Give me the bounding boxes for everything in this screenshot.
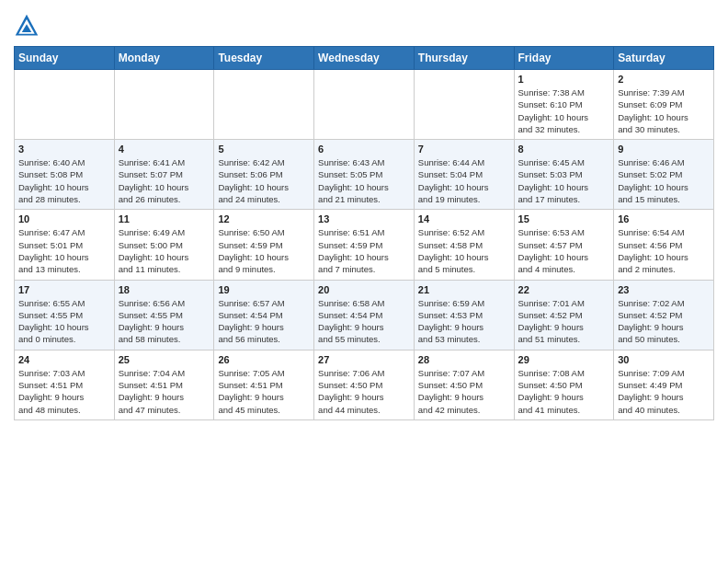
day-info: Sunrise: 6:58 AM Sunset: 4:54 PM Dayligh… xyxy=(318,297,410,346)
day-info: Sunrise: 6:56 AM Sunset: 4:55 PM Dayligh… xyxy=(119,297,210,346)
weekday-header-saturday: Saturday xyxy=(614,47,714,70)
calendar-cell xyxy=(15,70,115,140)
day-number: 30 xyxy=(618,354,710,365)
calendar-cell: 4Sunrise: 6:41 AM Sunset: 5:07 PM Daylig… xyxy=(114,140,214,210)
day-info: Sunrise: 7:08 AM Sunset: 4:50 PM Dayligh… xyxy=(518,367,610,416)
day-info: Sunrise: 6:41 AM Sunset: 5:07 PM Dayligh… xyxy=(119,156,210,205)
day-number: 13 xyxy=(318,213,410,224)
calendar-cell: 23Sunrise: 7:02 AM Sunset: 4:52 PM Dayli… xyxy=(614,280,714,350)
day-info: Sunrise: 6:45 AM Sunset: 5:03 PM Dayligh… xyxy=(518,156,610,205)
week-row-5: 24Sunrise: 7:03 AM Sunset: 4:51 PM Dayli… xyxy=(15,350,714,419)
calendar-cell xyxy=(314,70,415,140)
day-number: 8 xyxy=(518,144,610,155)
calendar-cell: 30Sunrise: 7:09 AM Sunset: 4:49 PM Dayli… xyxy=(614,350,714,419)
day-number: 5 xyxy=(218,144,310,155)
calendar-cell: 15Sunrise: 6:53 AM Sunset: 4:57 PM Dayli… xyxy=(514,210,614,280)
calendar-cell: 25Sunrise: 7:04 AM Sunset: 4:51 PM Dayli… xyxy=(114,350,214,419)
day-info: Sunrise: 7:04 AM Sunset: 4:51 PM Dayligh… xyxy=(119,367,210,416)
calendar-cell: 8Sunrise: 6:45 AM Sunset: 5:03 PM Daylig… xyxy=(514,140,614,210)
day-info: Sunrise: 6:46 AM Sunset: 5:02 PM Dayligh… xyxy=(618,156,710,205)
calendar-cell xyxy=(414,70,514,140)
day-number: 15 xyxy=(518,213,610,224)
day-number: 24 xyxy=(18,354,110,365)
day-info: Sunrise: 6:59 AM Sunset: 4:53 PM Dayligh… xyxy=(418,297,510,346)
day-info: Sunrise: 7:07 AM Sunset: 4:50 PM Dayligh… xyxy=(418,367,510,416)
header xyxy=(14,9,714,39)
weekday-header-thursday: Thursday xyxy=(414,47,514,70)
day-number: 23 xyxy=(618,284,710,295)
day-info: Sunrise: 7:06 AM Sunset: 4:50 PM Dayligh… xyxy=(318,367,410,416)
day-info: Sunrise: 6:40 AM Sunset: 5:08 PM Dayligh… xyxy=(18,156,110,205)
weekday-header-tuesday: Tuesday xyxy=(214,47,314,70)
day-number: 26 xyxy=(218,354,310,365)
calendar-cell: 2Sunrise: 7:39 AM Sunset: 6:09 PM Daylig… xyxy=(614,70,714,140)
calendar-cell: 22Sunrise: 7:01 AM Sunset: 4:52 PM Dayli… xyxy=(514,280,614,350)
calendar-cell: 7Sunrise: 6:44 AM Sunset: 5:04 PM Daylig… xyxy=(414,140,514,210)
weekday-header-sunday: Sunday xyxy=(15,47,115,70)
calendar-table: SundayMondayTuesdayWednesdayThursdayFrid… xyxy=(14,46,714,420)
calendar-cell: 6Sunrise: 6:43 AM Sunset: 5:05 PM Daylig… xyxy=(314,140,415,210)
day-number: 4 xyxy=(119,144,210,155)
calendar-cell: 20Sunrise: 6:58 AM Sunset: 4:54 PM Dayli… xyxy=(314,280,415,350)
day-number: 14 xyxy=(418,213,510,224)
week-row-1: 1Sunrise: 7:38 AM Sunset: 6:10 PM Daylig… xyxy=(15,70,714,140)
day-number: 12 xyxy=(218,213,310,224)
day-info: Sunrise: 7:38 AM Sunset: 6:10 PM Dayligh… xyxy=(518,86,610,135)
day-number: 18 xyxy=(119,284,210,295)
weekday-header-row: SundayMondayTuesdayWednesdayThursdayFrid… xyxy=(15,47,714,70)
day-number: 2 xyxy=(618,74,710,85)
calendar-cell: 1Sunrise: 7:38 AM Sunset: 6:10 PM Daylig… xyxy=(514,70,614,140)
day-number: 7 xyxy=(418,144,510,155)
logo xyxy=(14,13,41,39)
calendar-cell: 12Sunrise: 6:50 AM Sunset: 4:59 PM Dayli… xyxy=(214,210,314,280)
calendar-cell: 26Sunrise: 7:05 AM Sunset: 4:51 PM Dayli… xyxy=(214,350,314,419)
day-number: 25 xyxy=(119,354,210,365)
calendar-cell: 14Sunrise: 6:52 AM Sunset: 4:58 PM Dayli… xyxy=(414,210,514,280)
day-info: Sunrise: 7:09 AM Sunset: 4:49 PM Dayligh… xyxy=(618,367,710,416)
day-number: 9 xyxy=(618,144,710,155)
day-number: 29 xyxy=(518,354,610,365)
calendar-cell: 19Sunrise: 6:57 AM Sunset: 4:54 PM Dayli… xyxy=(214,280,314,350)
day-info: Sunrise: 7:03 AM Sunset: 4:51 PM Dayligh… xyxy=(18,367,110,416)
calendar-cell: 28Sunrise: 7:07 AM Sunset: 4:50 PM Dayli… xyxy=(414,350,514,419)
calendar-cell: 29Sunrise: 7:08 AM Sunset: 4:50 PM Dayli… xyxy=(514,350,614,419)
day-number: 16 xyxy=(618,213,710,224)
day-info: Sunrise: 6:42 AM Sunset: 5:06 PM Dayligh… xyxy=(218,156,310,205)
day-number: 21 xyxy=(418,284,510,295)
calendar-cell: 17Sunrise: 6:55 AM Sunset: 4:55 PM Dayli… xyxy=(15,280,115,350)
calendar-cell: 3Sunrise: 6:40 AM Sunset: 5:08 PM Daylig… xyxy=(15,140,115,210)
calendar-cell xyxy=(114,70,214,140)
week-row-4: 17Sunrise: 6:55 AM Sunset: 4:55 PM Dayli… xyxy=(15,280,714,350)
day-number: 19 xyxy=(218,284,310,295)
calendar-cell: 5Sunrise: 6:42 AM Sunset: 5:06 PM Daylig… xyxy=(214,140,314,210)
day-number: 1 xyxy=(518,74,610,85)
calendar-cell: 10Sunrise: 6:47 AM Sunset: 5:01 PM Dayli… xyxy=(15,210,115,280)
weekday-header-wednesday: Wednesday xyxy=(314,47,415,70)
day-number: 27 xyxy=(318,354,410,365)
day-info: Sunrise: 7:05 AM Sunset: 4:51 PM Dayligh… xyxy=(218,367,310,416)
day-info: Sunrise: 6:54 AM Sunset: 4:56 PM Dayligh… xyxy=(618,226,710,275)
day-number: 11 xyxy=(119,213,210,224)
day-number: 22 xyxy=(518,284,610,295)
day-number: 20 xyxy=(318,284,410,295)
day-info: Sunrise: 6:44 AM Sunset: 5:04 PM Dayligh… xyxy=(418,156,510,205)
calendar-cell: 21Sunrise: 6:59 AM Sunset: 4:53 PM Dayli… xyxy=(414,280,514,350)
day-info: Sunrise: 6:53 AM Sunset: 4:57 PM Dayligh… xyxy=(518,226,610,275)
day-number: 6 xyxy=(318,144,410,155)
week-row-2: 3Sunrise: 6:40 AM Sunset: 5:08 PM Daylig… xyxy=(15,140,714,210)
calendar-cell: 11Sunrise: 6:49 AM Sunset: 5:00 PM Dayli… xyxy=(114,210,214,280)
day-number: 10 xyxy=(18,213,110,224)
calendar-cell: 27Sunrise: 7:06 AM Sunset: 4:50 PM Dayli… xyxy=(314,350,415,419)
day-info: Sunrise: 6:49 AM Sunset: 5:00 PM Dayligh… xyxy=(119,226,210,275)
day-info: Sunrise: 7:02 AM Sunset: 4:52 PM Dayligh… xyxy=(618,297,710,346)
weekday-header-friday: Friday xyxy=(514,47,614,70)
day-info: Sunrise: 6:57 AM Sunset: 4:54 PM Dayligh… xyxy=(218,297,310,346)
week-row-3: 10Sunrise: 6:47 AM Sunset: 5:01 PM Dayli… xyxy=(15,210,714,280)
day-info: Sunrise: 6:47 AM Sunset: 5:01 PM Dayligh… xyxy=(18,226,110,275)
day-info: Sunrise: 6:50 AM Sunset: 4:59 PM Dayligh… xyxy=(218,226,310,275)
calendar-cell: 18Sunrise: 6:56 AM Sunset: 4:55 PM Dayli… xyxy=(114,280,214,350)
day-info: Sunrise: 6:55 AM Sunset: 4:55 PM Dayligh… xyxy=(18,297,110,346)
calendar-cell: 13Sunrise: 6:51 AM Sunset: 4:59 PM Dayli… xyxy=(314,210,415,280)
day-number: 17 xyxy=(18,284,110,295)
day-number: 3 xyxy=(18,144,110,155)
